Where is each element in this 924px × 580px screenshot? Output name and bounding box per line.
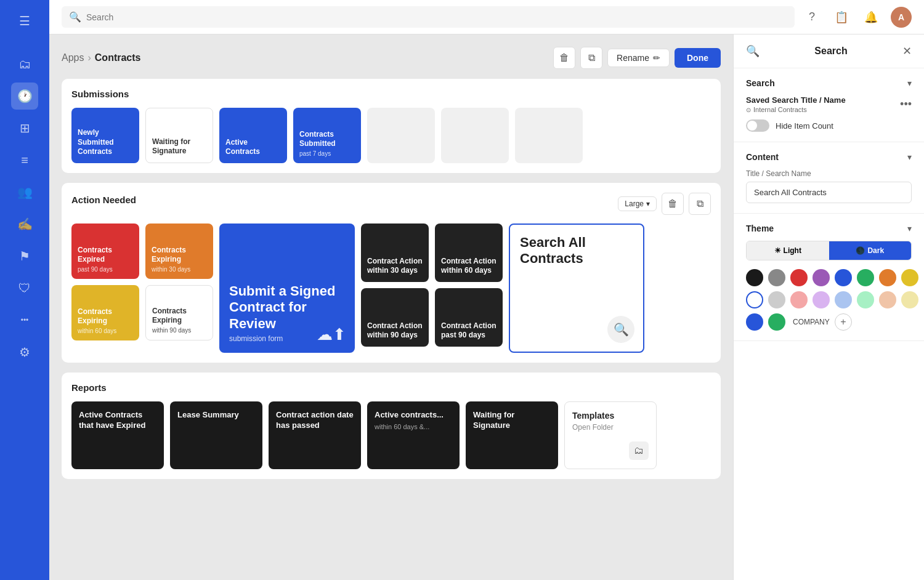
- submissions-cards: Newly Submitted Contracts Waiting for Si…: [71, 108, 711, 163]
- card-search-all[interactable]: Search All Contracts 🔍: [509, 224, 644, 353]
- card-contracts-expired-label: Contracts Expired: [78, 246, 133, 265]
- card-empty-3[interactable]: [515, 108, 583, 163]
- action-duplicate-button[interactable]: ⧉: [689, 193, 711, 215]
- card-contracts-expiring-90-label: Contracts Expiring: [152, 307, 206, 326]
- page-header: Apps › Contracts 🗑 ⧉ Rename ✏ Done: [62, 47, 721, 69]
- card-action-30[interactable]: Contract Action within 30 days: [361, 224, 429, 282]
- report-active-60-sub: within 60 days &...: [375, 423, 452, 430]
- card-contracts-expiring-30[interactable]: Contracts Expiring within 30 days: [145, 224, 213, 279]
- clipboard-icon[interactable]: 📋: [832, 7, 851, 27]
- report-active-60-label: Active contracts...: [375, 410, 452, 421]
- rp-input-label: Title / Search Name: [746, 169, 912, 178]
- theme-tab-dark[interactable]: 🌑 Dark: [829, 241, 912, 260]
- card-action-60-label: Contract Action within 60 days: [441, 257, 496, 276]
- size-label: Large: [625, 199, 644, 208]
- reports-cards: Active Contracts that have Expired Lease…: [71, 401, 711, 469]
- theme-tab-light[interactable]: ☀ Light: [747, 241, 829, 260]
- report-action-passed[interactable]: Contract action date has passed: [269, 401, 361, 469]
- color-light-gray[interactable]: [768, 291, 785, 308]
- card-contracts-submitted-label: Contracts Submitted: [299, 130, 355, 149]
- sidebar-folder-icon[interactable]: 🗂: [11, 50, 38, 78]
- color-green[interactable]: [857, 269, 874, 286]
- color-row-1: [746, 269, 912, 286]
- card-waiting-signature[interactable]: Waiting for Signature: [145, 108, 213, 163]
- help-icon[interactable]: ?: [802, 7, 822, 27]
- rename-icon: ✏: [653, 53, 660, 63]
- hide-count-label: Hide Item Count: [776, 121, 833, 131]
- color-light-green[interactable]: [857, 291, 874, 308]
- done-button[interactable]: Done: [675, 48, 721, 68]
- card-contracts-expiring-30-sub: within 30 days: [152, 266, 190, 273]
- reports-section: Reports Active Contracts that have Expir…: [62, 373, 721, 479]
- color-yellow[interactable]: [901, 269, 918, 286]
- rp-content-header: Content ▾: [746, 152, 912, 162]
- size-selector[interactable]: Large ▾: [618, 196, 657, 211]
- add-color-button[interactable]: +: [835, 313, 852, 331]
- card-action-90[interactable]: Contract Action within 90 days: [361, 288, 429, 347]
- sidebar-more-icon[interactable]: •••: [11, 307, 38, 334]
- card-action-past-90[interactable]: Contract Action past 90 days: [435, 288, 503, 347]
- breadcrumb-apps[interactable]: Apps: [62, 52, 84, 63]
- sidebar-sign-icon[interactable]: ✍: [11, 211, 38, 238]
- color-light-yellow[interactable]: [901, 291, 918, 308]
- search-input[interactable]: [86, 12, 787, 22]
- card-empty-1[interactable]: [367, 108, 435, 163]
- color-red[interactable]: [790, 269, 808, 286]
- card-empty-2[interactable]: [441, 108, 509, 163]
- card-contracts-expiring-60[interactable]: Contracts Expiring within 60 days: [71, 285, 139, 340]
- action-needed-section: Action Needed Large ▾ 🗑 ⧉ Contr: [62, 183, 721, 363]
- color-brand-green[interactable]: [768, 313, 785, 331]
- report-templates[interactable]: Templates Open Folder 🗂: [564, 401, 657, 469]
- rp-close-button[interactable]: ✕: [902, 44, 912, 58]
- topbar: 🔍 ? 📋 🔔 A: [49, 0, 924, 34]
- action-needed-cards: Contracts Expired past 90 days Contracts…: [71, 224, 711, 353]
- card-submit-signed[interactable]: Submit a Signed Contract for Review subm…: [219, 224, 355, 353]
- delete-button[interactable]: 🗑: [553, 47, 575, 69]
- color-light-purple[interactable]: [813, 291, 830, 308]
- sidebar-settings-icon[interactable]: ⚙: [11, 339, 38, 366]
- card-contracts-expired[interactable]: Contracts Expired past 90 days: [71, 224, 139, 279]
- color-purple[interactable]: [813, 269, 830, 286]
- light-icon: ☀: [774, 246, 781, 255]
- card-contracts-expiring-60-sub: within 60 days: [78, 328, 116, 334]
- card-contracts-submitted[interactable]: Contracts Submitted past 7 days: [293, 108, 361, 163]
- color-orange[interactable]: [879, 269, 896, 286]
- avatar[interactable]: A: [891, 7, 912, 28]
- card-newly-submitted[interactable]: Newly Submitted Contracts: [71, 108, 139, 163]
- rp-content-chevron[interactable]: ▾: [907, 152, 912, 162]
- report-waiting-signature[interactable]: Waiting for Signature: [466, 401, 558, 469]
- color-blue[interactable]: [835, 269, 852, 286]
- sidebar-clock-icon[interactable]: 🕐: [11, 83, 38, 110]
- color-light-red[interactable]: [790, 291, 808, 308]
- color-white-selected[interactable]: [746, 291, 763, 308]
- sidebar-grid-icon[interactable]: ⊞: [11, 115, 38, 142]
- duplicate-button[interactable]: ⧉: [580, 47, 602, 69]
- card-action-60[interactable]: Contract Action within 60 days: [435, 224, 503, 282]
- hide-count-toggle[interactable]: [746, 119, 769, 132]
- sidebar-list-icon[interactable]: ≡: [11, 147, 38, 174]
- rename-button[interactable]: Rename ✏: [607, 49, 670, 67]
- card-contracts-expiring-90[interactable]: Contracts Expiring within 90 days: [145, 285, 213, 340]
- color-light-orange[interactable]: [879, 291, 896, 308]
- rp-theme-chevron[interactable]: ▾: [907, 224, 912, 233]
- breadcrumb: Apps › Contracts: [62, 52, 140, 63]
- rp-search-name-input[interactable]: [746, 182, 912, 203]
- report-lease-summary[interactable]: Lease Summary: [170, 401, 262, 469]
- rp-search-chevron[interactable]: ▾: [907, 78, 912, 88]
- action-delete-button[interactable]: 🗑: [662, 193, 684, 215]
- sidebar-menu-icon[interactable]: ☰: [11, 7, 38, 34]
- color-black[interactable]: [746, 269, 763, 286]
- rp-search-section: Search ▾ Saved Search Title / Name ⊙ Int…: [734, 68, 924, 142]
- sidebar-flag-icon[interactable]: ⚑: [11, 243, 38, 270]
- sidebar-users-icon[interactable]: 👥: [11, 179, 38, 206]
- report-active-60[interactable]: Active contracts... within 60 days &...: [367, 401, 460, 469]
- report-active-expired[interactable]: Active Contracts that have Expired: [71, 401, 164, 469]
- bell-icon[interactable]: 🔔: [861, 7, 881, 27]
- card-active-contracts[interactable]: Active Contracts: [219, 108, 287, 163]
- search-bar[interactable]: 🔍: [62, 6, 795, 28]
- color-brand-blue[interactable]: [746, 313, 763, 331]
- color-gray[interactable]: [768, 269, 785, 286]
- sidebar-shield-icon[interactable]: 🛡: [11, 275, 38, 302]
- color-light-blue[interactable]: [835, 291, 852, 308]
- saved-search-menu[interactable]: •••: [900, 98, 912, 111]
